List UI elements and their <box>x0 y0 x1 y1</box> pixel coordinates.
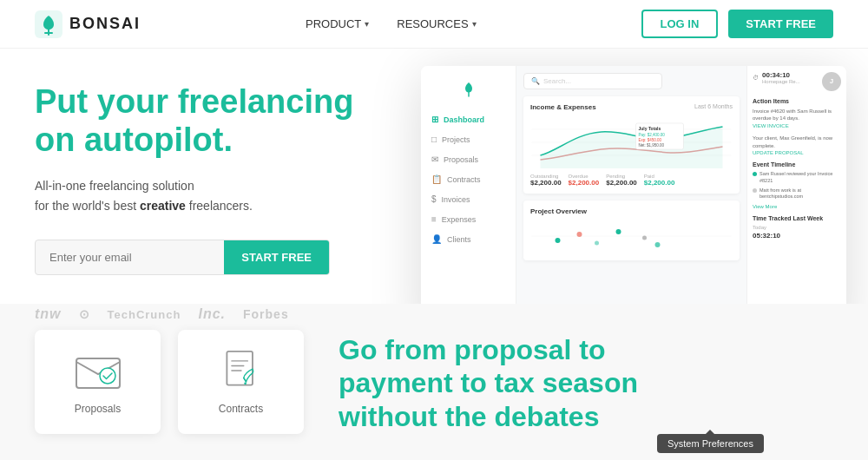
press-inc: Inc. <box>198 306 226 322</box>
today-time: 05:32:10 <box>753 232 841 240</box>
main-nav: PRODUCT ▾ RESOURCES ▾ <box>306 17 477 30</box>
sidebar-item-expenses[interactable]: ≡ Expenses <box>421 209 516 229</box>
logo-text: BONSAI <box>69 15 141 33</box>
project-overview-card: Project Overview <box>523 200 740 260</box>
action-item-2: Your client, Max Greenfield, is now comp… <box>753 135 841 156</box>
sidebar-item-dashboard[interactable]: ⊞ Dashboard <box>421 109 516 129</box>
stat-paid: Paid $2,200.00 <box>644 174 675 187</box>
dashboard-icon: ⊞ <box>431 115 438 124</box>
action-item-1-link[interactable]: VIEW INVOICE <box>753 123 789 128</box>
search-placeholder: Search... <box>543 77 571 85</box>
tooltip-label: System Preferences <box>667 438 753 449</box>
sidebar-label-contracts: Contracts <box>447 175 481 184</box>
nav-resources[interactable]: RESOURCES ▾ <box>397 17 476 30</box>
sidebar-label-clients: Clients <box>447 235 471 244</box>
svg-point-15 <box>642 236 647 240</box>
hero-title: Put your freelancing on autopilot. <box>35 83 365 159</box>
chevron-down-icon: ▾ <box>472 19 477 29</box>
hero-subtitle: All-in-one freelancing solution for the … <box>35 176 365 215</box>
start-free-hero-button[interactable]: START FREE <box>224 240 329 274</box>
svg-point-13 <box>595 241 599 246</box>
press-forbes: Forbes <box>243 307 289 321</box>
chevron-down-icon: ▾ <box>365 19 369 29</box>
stat-outstanding: Outstanding $2,200.00 <box>530 174 562 187</box>
svg-point-16 <box>655 242 661 247</box>
bonsai-logo-icon <box>35 10 62 38</box>
stat-overdue-value: $2,200.00 <box>569 179 600 187</box>
contracts-icon: 📋 <box>431 174 442 184</box>
invoices-icon: $ <box>431 194 437 204</box>
app-window: ⊞ Dashboard □ Projects ✉ Proposals 📋 Con… <box>421 66 846 335</box>
time-tracked-title: Time Tracked Last Week <box>753 215 841 221</box>
press-tnw: tnw <box>35 306 62 322</box>
email-input[interactable] <box>36 240 224 274</box>
view-more-link[interactable]: View More <box>753 204 777 209</box>
sidebar-label-expenses: Expenses <box>442 215 477 224</box>
action-item-1: Invoice #4620 with Sam Russell is overdu… <box>753 108 841 129</box>
app-search-bar[interactable]: 🔍 Search... <box>523 73 662 89</box>
app-right-panel: ⏱ 00:34:10 Homepage Re... J Action Items… <box>746 66 846 335</box>
press-logos: tnw ⊙ TechCrunch Inc. Forbes <box>35 306 365 322</box>
projects-icon: □ <box>431 135 437 144</box>
app-logo-icon <box>459 80 478 99</box>
svg-point-12 <box>577 232 582 237</box>
action-item-2-link[interactable]: UPDATE PROPOSAL <box>753 150 804 155</box>
email-cta-row: START FREE <box>35 240 330 275</box>
nav-actions: LOG IN START FREE <box>641 10 833 38</box>
stat-outstanding-value: $2,200.00 <box>530 179 562 187</box>
sidebar-item-contracts[interactable]: 📋 Contracts <box>421 169 516 189</box>
subtitle-line1: All-in-one freelancing solution <box>35 179 194 193</box>
hero-left: Put your freelancing on autopilot. All-i… <box>0 49 399 460</box>
project-dots <box>530 219 733 253</box>
logo-area: BONSAI <box>35 10 141 38</box>
press-wired: ⊙ <box>79 307 90 321</box>
start-free-header-button[interactable]: START FREE <box>728 10 833 38</box>
timer-value: 00:34:10 <box>762 71 800 79</box>
sidebar-item-projects[interactable]: □ Projects <box>421 129 516 149</box>
project-overview-title: Project Overview <box>530 207 733 215</box>
svg-text:July Totals: July Totals <box>639 126 661 131</box>
app-logo <box>421 76 516 109</box>
action-items-title: Action Items <box>753 98 841 104</box>
sidebar-label-proposals: Proposals <box>444 155 478 164</box>
expenses-icon: ≡ <box>431 214 437 224</box>
subtitle-line2: for the world's best <box>35 199 136 213</box>
stats-row: Outstanding $2,200.00 Overdue $2,200.00 … <box>530 174 733 187</box>
svg-point-11 <box>556 238 561 243</box>
income-expenses-card: Income & Expenses Last 6 Months <box>523 96 740 194</box>
timer-row: ⏱ 00:34:10 Homepage Re... J <box>753 71 841 91</box>
search-icon: 🔍 <box>531 77 540 85</box>
stat-overdue: Overdue $2,200.00 <box>569 174 600 187</box>
subtitle-bold: creative <box>140 199 186 213</box>
svg-text:Pay: $2,400.00: Pay: $2,400.00 <box>639 133 666 137</box>
timer-area: ⏱ 00:34:10 Homepage Re... <box>753 71 800 84</box>
sidebar-label-invoices: Invoices <box>442 195 470 204</box>
svg-text:Exp: $450.00: Exp: $450.00 <box>639 138 662 142</box>
today-label: Today <box>753 225 841 230</box>
income-card-title: Income & Expenses Last 6 Months <box>530 103 733 111</box>
nav-product[interactable]: PRODUCT ▾ <box>306 17 369 30</box>
press-techcrunch: TechCrunch <box>108 308 181 321</box>
bottom-heading: Go from proposal to payment to tax seaso… <box>339 333 833 433</box>
chart-svg: July Totals Pay: $2,400.00 Exp: $450.00 … <box>530 116 733 168</box>
sidebar-label-dashboard: Dashboard <box>444 115 484 124</box>
project-dots-svg <box>530 219 733 253</box>
stat-pending-value: $2,200.00 <box>606 179 637 187</box>
svg-text:Net: $1,950.00: Net: $1,950.00 <box>639 143 665 148</box>
sidebar-item-clients[interactable]: 👤 Clients <box>421 229 516 249</box>
system-preferences-tooltip: System Preferences <box>657 434 764 453</box>
income-chart: July Totals Pay: $2,400.00 Exp: $450.00 … <box>530 116 733 168</box>
event-timeline-title: Event Timeline <box>753 161 841 168</box>
login-button[interactable]: LOG IN <box>641 10 719 38</box>
clock-icon: ⏱ <box>753 75 759 81</box>
sidebar-item-invoices[interactable]: $ Invoices <box>421 189 516 209</box>
clients-icon: 👤 <box>431 234 442 244</box>
proposals-icon: ✉ <box>431 154 438 164</box>
stat-pending: Pending $2,200.00 <box>606 174 637 187</box>
timer-subtitle: Homepage Re... <box>762 79 800 84</box>
timer-display: 00:34:10 Homepage Re... <box>762 71 800 84</box>
event-timeline-items: Sam Russel reviewed your Invoice #8221 M… <box>753 171 841 210</box>
header: BONSAI PRODUCT ▾ RESOURCES ▾ LOG IN STAR… <box>0 0 868 49</box>
sidebar-item-proposals[interactable]: ✉ Proposals <box>421 149 516 169</box>
svg-point-14 <box>616 229 621 234</box>
